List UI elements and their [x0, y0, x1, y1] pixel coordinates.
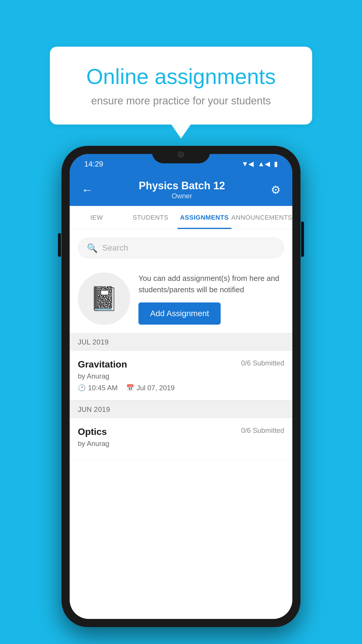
calendar-icon: 📅: [126, 384, 134, 392]
phone-mockup: 14:29 ▼◀ ▲◀ ▮ ← Physics Batch 12 Owner ⚙: [61, 146, 301, 627]
back-button[interactable]: ←: [81, 183, 93, 197]
assignment-author-optics: by Anurag: [78, 440, 284, 448]
assignment-time-gravitation: 10:45 AM: [88, 384, 117, 392]
assignment-item-top-1: Gravitation 0/6 Submitted: [78, 359, 284, 370]
tab-assignments[interactable]: ASSIGNMENTS: [178, 206, 231, 229]
batch-subtitle: Owner: [139, 192, 225, 200]
battery-icon: ▮: [274, 160, 278, 168]
tab-iew[interactable]: IEW: [70, 206, 124, 229]
batch-title: Physics Batch 12: [139, 180, 225, 192]
tab-announcements[interactable]: ANNOUNCEMENTS: [231, 206, 292, 229]
tab-students[interactable]: STUDENTS: [124, 206, 178, 229]
phone-outer: 14:29 ▼◀ ▲◀ ▮ ← Physics Batch 12 Owner ⚙: [61, 146, 301, 627]
assignment-item-gravitation[interactable]: Gravitation 0/6 Submitted by Anurag 🕐 10…: [70, 351, 292, 400]
assignment-meta-gravitation: 🕐 10:45 AM 📅 Jul 07, 2019: [78, 384, 284, 392]
assignment-submitted-gravitation: 0/6 Submitted: [241, 359, 284, 367]
search-icon: 🔍: [87, 243, 98, 253]
assignment-author-gravitation: by Anurag: [78, 372, 284, 380]
camera-cutout: [178, 151, 184, 158]
promo-subtitle: ensure more practice for your students: [73, 95, 289, 107]
meta-time-gravitation: 🕐 10:45 AM: [78, 384, 117, 392]
tabs-bar: IEW STUDENTS ASSIGNMENTS ANNOUNCEMENTS: [70, 206, 292, 229]
meta-date-gravitation: 📅 Jul 07, 2019: [126, 384, 175, 392]
add-assignment-section: 📓 You can add assignment(s) from here an…: [70, 264, 292, 333]
assignment-name-gravitation: Gravitation: [78, 359, 127, 370]
settings-icon[interactable]: ⚙: [271, 183, 281, 196]
status-time: 14:29: [84, 160, 103, 169]
assignment-icon-circle: 📓: [78, 272, 130, 325]
notebook-icon: 📓: [89, 285, 119, 312]
assignment-name-optics: Optics: [78, 426, 107, 437]
app-header: ← Physics Batch 12 Owner ⚙: [70, 174, 292, 206]
phone-notch: [152, 146, 210, 163]
promo-card: Online assignments ensure more practice …: [50, 47, 312, 125]
header-center: Physics Batch 12 Owner: [139, 180, 225, 200]
section-header-jun: JUN 2019: [70, 401, 292, 418]
assignment-submitted-optics: 0/6 Submitted: [241, 426, 284, 435]
assignment-description: You can add assignment(s) from here and …: [138, 273, 284, 295]
add-assignment-button[interactable]: Add Assignment: [138, 302, 221, 325]
assignment-date-gravitation: Jul 07, 2019: [136, 384, 175, 392]
search-bar[interactable]: 🔍 Search: [78, 237, 284, 258]
wifi-icon: ▼◀: [241, 160, 254, 168]
status-icons: ▼◀ ▲◀ ▮: [241, 160, 278, 168]
signal-icon: ▲◀: [258, 160, 270, 168]
assignment-item-top-2: Optics 0/6 Submitted: [78, 426, 284, 437]
section-header-jul: JUL 2019: [70, 333, 292, 351]
promo-title: Online assignments: [73, 64, 289, 89]
clock-icon: 🕐: [78, 384, 86, 392]
assignment-info: You can add assignment(s) from here and …: [138, 273, 284, 325]
phone-screen: 14:29 ▼◀ ▲◀ ▮ ← Physics Batch 12 Owner ⚙: [70, 154, 292, 619]
search-placeholder: Search: [102, 243, 128, 253]
content-area: 🔍 Search 📓 You can add assignment(s) fro…: [70, 229, 292, 619]
assignment-item-optics[interactable]: Optics 0/6 Submitted by Anurag: [70, 418, 292, 460]
